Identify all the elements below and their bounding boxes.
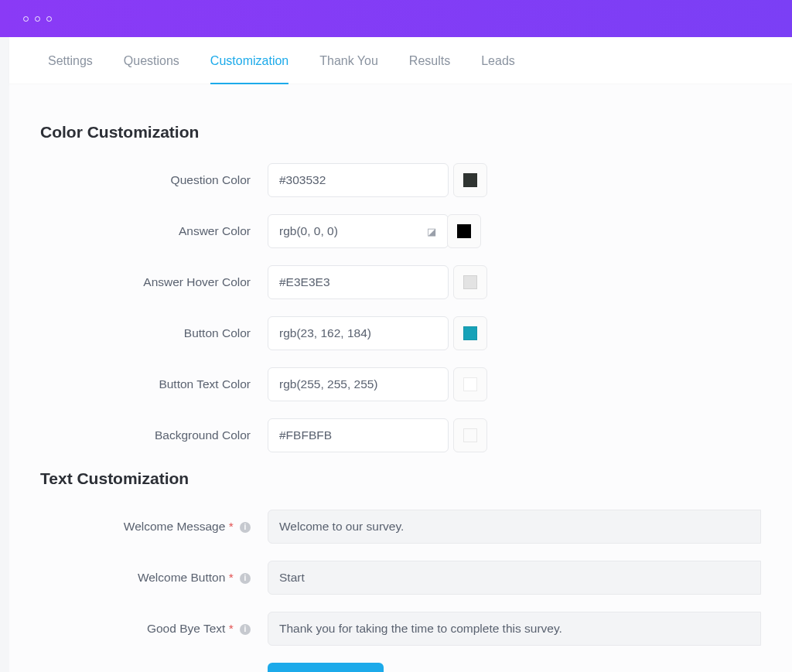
input-button-text-color[interactable] [268, 367, 449, 401]
label-welcome-button: Welcome Button * i [40, 571, 268, 585]
tab-questions[interactable]: Questions [108, 37, 195, 84]
swatch-chip-icon [463, 428, 477, 442]
swatch-chip-icon [457, 224, 471, 238]
label-background-color: Background Color [40, 428, 268, 442]
form-panel: Color Customization Question Color Answe… [9, 84, 792, 672]
window-header [0, 0, 792, 37]
field-background-color: Background Color [40, 418, 761, 452]
field-question-color: Question Color [40, 163, 761, 197]
tab-bar: Settings Questions Customization Thank Y… [9, 37, 792, 84]
field-button-text-color: Button Text Color [40, 367, 761, 401]
swatch-button-color[interactable] [453, 316, 487, 350]
label-answer-color: Answer Color [40, 224, 268, 238]
input-welcome-message[interactable] [268, 510, 761, 544]
tab-customization[interactable]: Customization [195, 37, 304, 84]
input-button-color[interactable] [268, 316, 449, 350]
field-welcome-message: Welcome Message * i [40, 510, 761, 544]
tab-settings[interactable]: Settings [32, 37, 108, 84]
swatch-answer-hover-color[interactable] [453, 265, 487, 299]
required-asterisk-icon: * [229, 622, 234, 635]
info-icon[interactable]: i [240, 573, 251, 584]
required-asterisk-icon: * [229, 571, 234, 584]
input-background-color[interactable] [268, 418, 449, 452]
window-dots-icon [23, 16, 52, 22]
swatch-button-text-color[interactable] [453, 367, 487, 401]
field-welcome-button: Welcome Button * i [40, 561, 761, 595]
tab-thank-you[interactable]: Thank You [304, 37, 394, 84]
tab-leads[interactable]: Leads [466, 37, 531, 84]
field-answer-color: Answer Color ◪ [40, 214, 761, 248]
swatch-background-color[interactable] [453, 418, 487, 452]
swatch-chip-icon [463, 173, 477, 187]
swatch-chip-icon [463, 377, 477, 391]
swatch-chip-icon [463, 275, 477, 289]
label-button-color: Button Color [40, 326, 268, 340]
label-answer-hover-color: Answer Hover Color [40, 275, 268, 289]
info-icon[interactable]: i [240, 522, 251, 533]
content-area: Settings Questions Customization Thank Y… [9, 37, 792, 672]
label-button-text-color: Button Text Color [40, 377, 268, 391]
label-text: Welcome Message [124, 520, 226, 533]
label-question-color: Question Color [40, 173, 268, 187]
required-asterisk-icon: * [229, 520, 234, 533]
tab-results[interactable]: Results [394, 37, 466, 84]
input-welcome-button[interactable] [268, 561, 761, 595]
input-goodbye-text[interactable] [268, 612, 761, 646]
label-goodbye-text: Good Bye Text * i [40, 622, 268, 636]
field-answer-hover-color: Answer Hover Color [40, 265, 761, 299]
swatch-question-color[interactable] [453, 163, 487, 197]
label-welcome-message: Welcome Message * i [40, 520, 268, 534]
info-icon[interactable]: i [240, 624, 251, 635]
input-question-color[interactable] [268, 163, 449, 197]
input-answer-hover-color[interactable] [268, 265, 449, 299]
label-text: Welcome Button [138, 571, 225, 584]
label-text: Good Bye Text [147, 622, 225, 635]
field-button-color: Button Color [40, 316, 761, 350]
swatch-chip-icon [463, 326, 477, 340]
input-answer-color[interactable] [268, 214, 449, 248]
save-button[interactable]: Save Changes [268, 663, 384, 672]
button-row: Save Changes [40, 663, 761, 672]
section-title-text: Text Customization [40, 469, 761, 488]
swatch-answer-color[interactable] [447, 214, 481, 248]
section-title-color: Color Customization [40, 123, 761, 142]
field-goodbye-text: Good Bye Text * i [40, 612, 761, 646]
